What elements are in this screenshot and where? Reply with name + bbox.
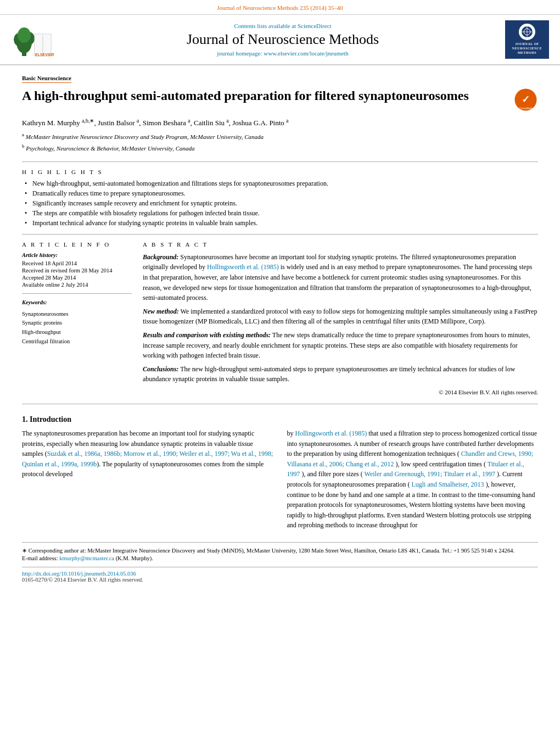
body-section: 1. Introduction The synaptoneurosomes pr… <box>22 415 538 534</box>
affiliation-a: a McMaster Integrative Neuroscience Disc… <box>22 131 538 142</box>
contents-available: Contents lists available at ScienceDirec… <box>66 23 500 29</box>
highlights-divider <box>22 161 538 162</box>
abstract-new-method: New method: We implemented a standardize… <box>143 306 538 327</box>
page-wrapper: Journal of Neuroscience Methods 235 (201… <box>0 0 560 742</box>
highlight-item: Important technical advance for studying… <box>25 219 538 227</box>
contents-text: Contents lists available at <box>234 23 296 29</box>
hollingsworth-link[interactable]: Hollingsworth et al. (1985) <box>207 263 279 271</box>
affiliations: a McMaster Integrative Neuroscience Disc… <box>22 131 538 153</box>
highlights-list: New high-throughput, semi-automated homo… <box>22 180 538 227</box>
body-left-para1: The synaptoneurosomes preparation has be… <box>22 428 273 479</box>
highlight-item: Dramatically reduces time to prepare syn… <box>25 189 538 198</box>
available-date: Available online 2 July 2014 <box>22 282 132 288</box>
abstract-col: A B S T R A C T Background: Synaptoneuro… <box>143 241 538 397</box>
section-label: Basic Neuroscience <box>22 75 71 83</box>
doi-link[interactable]: http://dx.doi.org/10.1016/j.jneumeth.201… <box>22 571 136 577</box>
crossmark-badge[interactable]: ✓ CrossMark <box>513 87 538 112</box>
body-section-title: 1. Introduction <box>22 415 538 424</box>
journal-homepage: journal homepage: www.elsevier.com/locat… <box>66 50 500 57</box>
issn-text: 0165-0270/© 2014 Elsevier B.V. All right… <box>22 577 143 583</box>
journal-title-main: Journal of Neuroscience Methods <box>66 31 500 48</box>
author-balsor: Justin Balsor a <box>98 119 139 127</box>
logo-text-1: JOURNAL OF <box>515 42 539 47</box>
highlights-header: H I G H L I G H T S <box>22 169 538 175</box>
footnote-star: ∗ Corresponding author at: McMaster Inte… <box>22 547 538 554</box>
hollingsworth-body-link[interactable]: Hollingsworth et al. (1985) <box>295 429 367 437</box>
header-center: Contents lists available at ScienceDirec… <box>66 23 500 57</box>
highlight-item: New high-throughput, semi-automated homo… <box>25 180 538 188</box>
journal-citation-link[interactable]: Journal of Neuroscience Methods 235 (201… <box>217 4 343 11</box>
received-date: Received 18 April 2014 <box>22 260 132 266</box>
elsevier-logo: ELSEVIER <box>11 20 60 59</box>
accepted-date: Accepted 28 May 2014 <box>22 275 132 281</box>
keywords-divider <box>22 293 132 294</box>
abstract-header: A B S T R A C T <box>143 241 538 248</box>
svg-text:ELSEVIER: ELSEVIER <box>35 53 54 57</box>
article-history: Article history: Received 18 April 2014 … <box>22 252 132 288</box>
journal-top-bar: Journal of Neuroscience Methods 235 (201… <box>0 0 560 15</box>
logo-text-2: NEUROSCIENCE <box>512 47 542 51</box>
author-beshara: Simon Beshara a <box>143 119 191 127</box>
received-revised-date: Received in revised form 28 May 2014 <box>22 267 132 274</box>
author-murphy: Kathryn M. Murphy a,b,∗ <box>22 119 94 127</box>
lugli-link[interactable]: Lugli and Smalheiser, 2013 <box>411 481 484 488</box>
article-info-abstract: A R T I C L E I N F O Article history: R… <box>22 241 538 397</box>
keywords-section: Keywords: Synaptoneurosomes Synaptic pro… <box>22 298 132 347</box>
main-content: Basic Neuroscience A high-throughput sem… <box>0 65 560 594</box>
body-right-para1: by Hollingsworth et al. (1985) that used… <box>287 428 539 531</box>
body-two-col: The synaptoneurosomes preparation has be… <box>22 428 538 534</box>
article-title: A high-throughput semi-automated prepara… <box>22 87 508 104</box>
footnote-email: E-mail address: kmurphy@mcmaster.ca (K.M… <box>22 555 538 561</box>
keyword-2: Synaptic proteins <box>22 319 132 328</box>
header-section: ELSEVIER Contents lists available at Sci… <box>0 15 560 65</box>
footnote-section: ∗ Corresponding author at: McMaster Inte… <box>22 542 538 561</box>
copyright-line: © 2014 Elsevier B.V. All rights reserved… <box>143 388 538 397</box>
article-info-header: A R T I C L E I N F O <box>22 241 132 248</box>
bottom-bar: http://dx.doi.org/10.1016/j.jneumeth.201… <box>22 567 538 583</box>
svg-point-5 <box>18 27 31 43</box>
article-info-divider <box>22 234 538 235</box>
body-divider <box>22 404 538 404</box>
email-link[interactable]: kmurphy@mcmaster.ca <box>59 555 114 561</box>
body-left: The synaptoneurosomes preparation has be… <box>22 428 273 534</box>
science-direct-link[interactable]: ScienceDirect <box>298 23 332 29</box>
logo-text-3: METHODS <box>518 51 536 55</box>
abstract-conclusions: Conclusions: The new high-throughput sem… <box>143 364 538 384</box>
abstract-background: Background: Synaptoneurosomes have becom… <box>143 252 538 303</box>
history-label: Article history: <box>22 252 132 258</box>
svg-text:CrossMark: CrossMark <box>519 107 533 110</box>
journal-logo-right: JOURNAL OF NEUROSCIENCE METHODS <box>505 20 549 59</box>
keyword-4: Centrifugal filtration <box>22 337 132 347</box>
keyword-1: Synaptoneurosomes <box>22 310 132 319</box>
body-right: by Hollingsworth et al. (1985) that used… <box>287 428 539 534</box>
weiler-link[interactable]: Weiler and Greenough, 1991; Titulaer et … <box>365 470 495 478</box>
keywords-label: Keywords: <box>22 298 132 308</box>
author-siu: Caitlin Siu a <box>194 119 229 127</box>
logo-circle <box>519 24 535 40</box>
svg-text:✓: ✓ <box>522 94 530 105</box>
keyword-3: High-throughput <box>22 328 132 337</box>
article-title-block: A high-throughput semi-automated prepara… <box>22 87 538 112</box>
highlight-item: The steps are compatible with biosafety … <box>25 209 538 217</box>
homepage-url[interactable]: www.elsevier.com/locate/jneumeth <box>264 50 348 57</box>
abstract-body: Background: Synaptoneurosomes have becom… <box>143 252 538 397</box>
authors: Kathryn M. Murphy a,b,∗, Justin Balsor a… <box>22 118 538 127</box>
highlight-item: Significantly increases sample recovery … <box>25 199 538 208</box>
author-pinto: Joshua G.A. Pinto a <box>232 119 288 127</box>
affiliation-b: b Psychology, Neuroscience & Behavior, M… <box>22 142 538 153</box>
article-info-col: A R T I C L E I N F O Article history: R… <box>22 241 132 397</box>
abstract-results: Results and comparison with existing met… <box>143 330 538 361</box>
